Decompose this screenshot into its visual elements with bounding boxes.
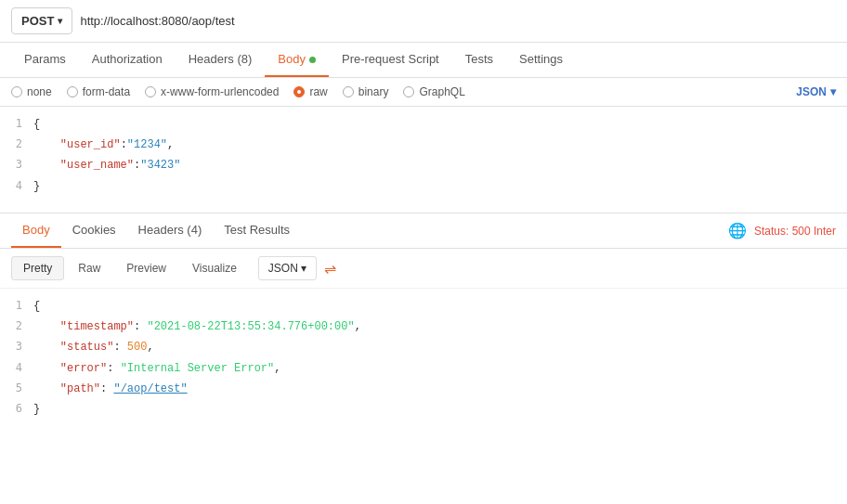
request-line-4: 4 } <box>0 176 847 197</box>
response-tab-cookies[interactable]: Cookies <box>61 213 127 248</box>
response-tab-test-results[interactable]: Test Results <box>213 213 301 248</box>
body-type-bar: none form-data x-www-form-urlencoded raw… <box>0 78 847 107</box>
url-bar: POST ▾ <box>0 0 847 43</box>
request-line-3: 3 "user_name":"3423" <box>0 155 847 175</box>
response-tab-headers[interactable]: Headers (4) <box>127 213 214 248</box>
chevron-down-icon: ▾ <box>58 16 62 26</box>
response-line-5: 5 "path": "/aop/test" <box>0 379 847 399</box>
method-label: POST <box>21 14 54 28</box>
response-status-area: 🌐 Status: 500 Inter <box>728 222 836 239</box>
radio-raw <box>293 86 305 97</box>
tab-params[interactable]: Params <box>11 43 79 77</box>
globe-icon: 🌐 <box>728 222 747 239</box>
url-input[interactable] <box>80 10 836 32</box>
response-body-viewer: 1 { 2 "timestamp": "2021-08-22T13:55:34.… <box>0 289 847 427</box>
response-section: Body Cookies Headers (4) Test Results 🌐 … <box>0 213 847 427</box>
response-line-4: 4 "error": "Internal Server Error", <box>0 358 847 379</box>
response-status: Status: 500 Inter <box>754 225 836 238</box>
request-tab-bar: Params Authorization Headers (8) Body Pr… <box>0 43 847 78</box>
radio-urlencoded <box>145 86 156 97</box>
tab-tests[interactable]: Tests <box>452 43 506 77</box>
body-type-form-data[interactable]: form-data <box>67 85 130 98</box>
response-line-2: 2 "timestamp": "2021-08-22T13:55:34.776+… <box>0 317 847 337</box>
fmt-preview[interactable]: Preview <box>114 256 178 280</box>
radio-graphql <box>403 86 414 97</box>
method-selector[interactable]: POST ▾ <box>11 7 72 34</box>
body-type-binary[interactable]: binary <box>343 85 389 98</box>
body-type-graphql[interactable]: GraphQL <box>403 85 464 98</box>
chevron-down-icon: ▾ <box>830 85 836 98</box>
radio-form-data <box>67 86 78 97</box>
request-line-2: 2 "user_id":"1234", <box>0 135 847 155</box>
tab-settings[interactable]: Settings <box>506 43 576 77</box>
response-line-3: 3 "status": 500, <box>0 337 847 357</box>
request-line-1: 1 { <box>0 114 847 135</box>
response-format-bar: Pretty Raw Preview Visualize JSON ▾ ⇌ <box>0 249 847 289</box>
response-json-selector[interactable]: JSON ▾ <box>258 256 317 280</box>
tab-pre-request[interactable]: Pre-request Script <box>329 43 452 77</box>
body-type-urlencoded[interactable]: x-www-form-urlencoded <box>145 85 279 98</box>
radio-none <box>11 86 22 97</box>
body-type-none[interactable]: none <box>11 85 52 98</box>
body-active-dot <box>309 57 316 63</box>
tab-headers[interactable]: Headers (8) <box>176 43 266 77</box>
body-type-raw[interactable]: raw <box>293 85 327 98</box>
radio-binary <box>343 86 354 97</box>
tab-authorization[interactable]: Authorization <box>79 43 176 77</box>
response-line-1: 1 { <box>0 296 847 317</box>
chevron-down-icon: ▾ <box>301 262 306 275</box>
fmt-raw[interactable]: Raw <box>66 256 112 280</box>
wrap-icon[interactable]: ⇌ <box>324 260 336 278</box>
tab-body[interactable]: Body <box>265 43 329 77</box>
response-line-6: 6 } <box>0 399 847 420</box>
response-tab-body[interactable]: Body <box>11 213 61 248</box>
request-body-editor[interactable]: 1 { 2 "user_id":"1234", 3 "user_name":"3… <box>0 107 847 213</box>
fmt-visualize[interactable]: Visualize <box>180 256 249 280</box>
json-format-selector[interactable]: JSON ▾ <box>796 85 836 98</box>
response-tab-bar: Body Cookies Headers (4) Test Results 🌐 … <box>0 213 847 249</box>
fmt-pretty[interactable]: Pretty <box>11 256 64 280</box>
